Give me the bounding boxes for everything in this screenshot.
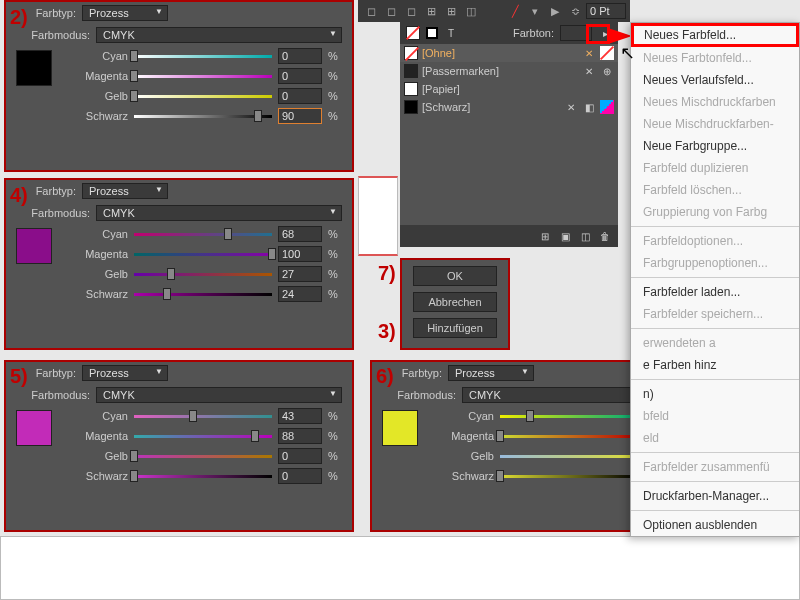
cyan-slider[interactable] bbox=[134, 51, 272, 61]
text-icon[interactable]: T bbox=[444, 26, 458, 40]
farbtyp-dropdown[interactable]: Prozess bbox=[82, 365, 168, 381]
color-swatch bbox=[16, 410, 52, 446]
menu-item: Neue Mischdruckfarben- bbox=[631, 113, 799, 135]
swatch-row-papier[interactable]: [Papier] bbox=[400, 80, 618, 98]
cyan-slider[interactable] bbox=[500, 411, 638, 421]
pct: % bbox=[328, 50, 342, 62]
gelb-value[interactable] bbox=[278, 266, 322, 282]
tool-icon[interactable]: ◻ bbox=[362, 2, 380, 20]
magenta-slider[interactable] bbox=[134, 71, 272, 81]
menu-item[interactable]: Neues Farbfeld... bbox=[631, 23, 799, 47]
farbmodus-label: Farbmodus: bbox=[16, 207, 90, 219]
registration-swatch-icon bbox=[404, 64, 418, 78]
schwarz-slider[interactable] bbox=[500, 471, 638, 481]
gelb-slider[interactable] bbox=[134, 451, 272, 461]
lock-icon: ✕ bbox=[582, 64, 596, 78]
magenta-slider[interactable] bbox=[134, 249, 272, 259]
cyan-value[interactable] bbox=[278, 408, 322, 424]
swatch-row-passermarken[interactable]: [Passermarken] ✕ ⊕ bbox=[400, 62, 618, 80]
schwarz-slider[interactable] bbox=[134, 111, 272, 121]
arrow-icon[interactable]: ▶ bbox=[546, 2, 564, 20]
cyan-label: Cyan bbox=[72, 410, 128, 422]
cyan-value[interactable] bbox=[278, 226, 322, 242]
stroke-size[interactable]: 0 Pt bbox=[586, 3, 626, 19]
swatch-row-ohne[interactable]: [Ohne] ✕ bbox=[400, 44, 618, 62]
panel-flyout-menu: Neues Farbfeld...Neues Farbtonfeld...Neu… bbox=[630, 22, 800, 537]
schwarz-value[interactable] bbox=[278, 108, 322, 124]
none-icon bbox=[600, 46, 614, 60]
menu-item[interactable]: e Farben hinz bbox=[631, 354, 799, 376]
swatch-row-schwarz[interactable]: [Schwarz] ✕ ◧ bbox=[400, 98, 618, 116]
ok-button[interactable]: OK bbox=[413, 266, 497, 286]
menu-item[interactable]: n) bbox=[631, 383, 799, 405]
tool-icon[interactable]: ◫ bbox=[462, 2, 480, 20]
annotation-4: 4) bbox=[10, 184, 28, 207]
pct: % bbox=[328, 70, 342, 82]
tool-icon[interactable]: ◻ bbox=[382, 2, 400, 20]
gelb-slider[interactable] bbox=[500, 451, 638, 461]
magenta-slider[interactable] bbox=[134, 431, 272, 441]
menu-item[interactable]: Neues Verlaufsfeld... bbox=[631, 69, 799, 91]
dropdown-icon[interactable]: ▾ bbox=[526, 2, 544, 20]
tool-icon[interactable]: ◻ bbox=[402, 2, 420, 20]
farbmodus-dropdown[interactable]: CMYK bbox=[96, 27, 342, 43]
farbmodus-dropdown[interactable]: CMYK bbox=[96, 387, 342, 403]
add-button[interactable]: Hinzufügen bbox=[413, 318, 497, 338]
gelb-value[interactable] bbox=[278, 88, 322, 104]
schwarz-label: Schwarz bbox=[72, 288, 128, 300]
pct: % bbox=[328, 228, 342, 240]
folder-icon[interactable]: ▣ bbox=[558, 229, 572, 243]
magenta-value[interactable] bbox=[278, 68, 322, 84]
stepper-icon[interactable]: ≎ bbox=[566, 2, 584, 20]
new-swatch-icon[interactable]: ◫ bbox=[578, 229, 592, 243]
farbmodus-label: Farbmodus: bbox=[382, 389, 456, 401]
stroke-icon[interactable]: ╱ bbox=[506, 2, 524, 20]
menu-item: erwendeten a bbox=[631, 332, 799, 354]
tool-icon[interactable]: ⊞ bbox=[442, 2, 460, 20]
lock-icon: ✕ bbox=[564, 100, 578, 114]
cancel-button[interactable]: Abbrechen bbox=[413, 292, 497, 312]
magenta-label: Magenta bbox=[438, 430, 494, 442]
cyan-label: Cyan bbox=[72, 50, 128, 62]
highlight-panel-menu bbox=[586, 24, 610, 44]
farbtyp-dropdown[interactable]: Prozess bbox=[82, 5, 168, 21]
gelb-value[interactable] bbox=[278, 448, 322, 464]
gelb-label: Gelb bbox=[72, 90, 128, 102]
cyan-label: Cyan bbox=[438, 410, 494, 422]
schwarz-value[interactable] bbox=[278, 468, 322, 484]
menu-item[interactable]: Farbfelder laden... bbox=[631, 281, 799, 303]
black-swatch-icon bbox=[404, 100, 418, 114]
magenta-slider[interactable] bbox=[500, 431, 638, 441]
menu-item[interactable]: Optionen ausblenden bbox=[631, 514, 799, 536]
annotation-7: 7) bbox=[378, 262, 396, 285]
menu-item[interactable]: Druckfarben-Manager... bbox=[631, 485, 799, 507]
cursor-icon: ↖ bbox=[620, 42, 635, 64]
cyan-value[interactable] bbox=[278, 48, 322, 64]
farbtyp-dropdown[interactable]: Prozess bbox=[448, 365, 534, 381]
cyan-slider[interactable] bbox=[134, 229, 272, 239]
cyan-slider[interactable] bbox=[134, 411, 272, 421]
color-swatch bbox=[382, 410, 418, 446]
magenta-value[interactable] bbox=[278, 428, 322, 444]
fill-icon[interactable] bbox=[406, 26, 420, 40]
menu-item[interactable]: Neue Farbgruppe... bbox=[631, 135, 799, 157]
farbmodus-dropdown[interactable]: CMYK bbox=[96, 205, 342, 221]
gelb-slider[interactable] bbox=[134, 269, 272, 279]
gelb-slider[interactable] bbox=[134, 91, 272, 101]
schwarz-value[interactable] bbox=[278, 286, 322, 302]
magenta-value[interactable] bbox=[278, 246, 322, 262]
new-group-icon[interactable]: ⊞ bbox=[538, 229, 552, 243]
tool-icon[interactable]: ⊞ bbox=[422, 2, 440, 20]
color-panel-5: Farbtyp: Prozess Farbmodus: CMYK Cyan% M… bbox=[4, 360, 354, 532]
gelb-label: Gelb bbox=[72, 450, 128, 462]
schwarz-slider[interactable] bbox=[134, 471, 272, 481]
schwarz-slider[interactable] bbox=[134, 289, 272, 299]
color-panel-4: Farbtyp: Prozess Farbmodus: CMYK Cyan% M… bbox=[4, 178, 354, 350]
swatches-panel: T Farbton: ▸ [Ohne] ✕ [Passermarken] ✕ ⊕… bbox=[400, 22, 618, 247]
stroke-icon[interactable] bbox=[426, 27, 438, 39]
trash-icon[interactable]: 🗑 bbox=[598, 229, 612, 243]
pct: % bbox=[328, 430, 342, 442]
cmyk-icon bbox=[600, 100, 614, 114]
color-swatch bbox=[16, 228, 52, 264]
farbtyp-dropdown[interactable]: Prozess bbox=[82, 183, 168, 199]
